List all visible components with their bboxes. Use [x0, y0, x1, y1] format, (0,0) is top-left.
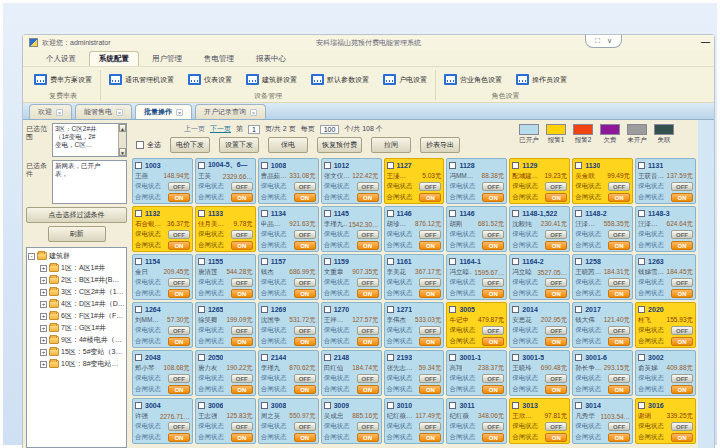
card-checkbox[interactable] [449, 306, 456, 313]
expander-icon[interactable]: + [40, 325, 47, 332]
card-checkbox[interactable] [135, 402, 142, 409]
card-checkbox[interactable] [324, 402, 331, 409]
power-off-button[interactable]: OFF [608, 230, 630, 239]
switch-on-button[interactable]: ON [608, 289, 630, 298]
card-checkbox[interactable] [575, 210, 582, 217]
card-checkbox[interactable] [512, 162, 519, 169]
choose-filter-button[interactable]: 点击选择过滤条件 [26, 207, 127, 223]
switch-on-button[interactable]: ON [231, 385, 253, 394]
switch-on-button[interactable]: ON [545, 433, 567, 442]
power-off-button[interactable]: OFF [231, 326, 253, 335]
power-off-button[interactable]: OFF [482, 374, 504, 383]
switch-on-button[interactable]: ON [168, 337, 190, 346]
switch-on-button[interactable]: ON [168, 433, 190, 442]
power-off-button[interactable]: OFF [168, 182, 190, 191]
switch-on-button[interactable]: ON [231, 289, 253, 298]
switch-on-button[interactable]: ON [545, 193, 567, 202]
tab-2[interactable]: 批量操作× [135, 104, 192, 119]
card-checkbox[interactable] [324, 258, 331, 265]
expander-icon[interactable]: + [40, 301, 47, 308]
switch-on-button[interactable]: ON [671, 433, 693, 442]
ribbon-button[interactable]: 默认参数设置 [308, 72, 372, 87]
card-checkbox[interactable] [387, 210, 394, 217]
menu-item-3[interactable]: 售电管理 [195, 52, 243, 66]
ribbon-button[interactable]: 仪表设置 [185, 72, 235, 87]
switch-on-button[interactable]: ON [419, 289, 441, 298]
switch-on-button[interactable]: ON [671, 241, 693, 250]
switch-on-button[interactable]: ON [545, 385, 567, 394]
card-checkbox[interactable] [575, 354, 582, 361]
select-all-checkbox[interactable] [136, 141, 144, 149]
card-checkbox[interactable] [449, 162, 456, 169]
card-checkbox[interactable] [575, 306, 582, 313]
card-checkbox[interactable] [135, 258, 142, 265]
card-checkbox[interactable] [198, 258, 205, 265]
power-off-button[interactable]: OFF [168, 326, 190, 335]
switch-on-button[interactable]: ON [357, 433, 379, 442]
card-checkbox[interactable] [512, 258, 519, 265]
menu-item-1[interactable]: 系统配置 [89, 51, 139, 66]
switch-on-button[interactable]: ON [231, 241, 253, 250]
selected-range-listbox[interactable]: 3区：C区2#井（1#变电，2#变电，C区… ▲ ▼ [52, 123, 127, 157]
listbox-scrollbar[interactable]: ▲ ▼ [118, 124, 126, 156]
switch-on-button[interactable]: ON [168, 289, 190, 298]
switch-on-button[interactable]: ON [357, 241, 379, 250]
tab-1[interactable]: 能管售电× [75, 104, 132, 119]
selected-condition-textbox[interactable]: 新网表，已开户表， [52, 160, 127, 204]
power-off-button[interactable]: OFF [231, 230, 253, 239]
power-off-button[interactable]: OFF [357, 182, 379, 191]
tab-close-icon[interactable]: × [176, 109, 183, 116]
toolbar-button-0[interactable]: 电价下发 [170, 137, 210, 153]
power-off-button[interactable]: OFF [608, 422, 630, 431]
power-off-button[interactable]: OFF [357, 230, 379, 239]
switch-on-button[interactable]: ON [608, 433, 630, 442]
switch-on-button[interactable]: ON [482, 337, 504, 346]
card-checkbox[interactable] [261, 258, 268, 265]
switch-on-button[interactable]: ON [419, 241, 441, 250]
switch-on-button[interactable]: ON [545, 289, 567, 298]
power-off-button[interactable]: OFF [294, 374, 316, 383]
card-checkbox[interactable] [135, 162, 142, 169]
switch-on-button[interactable]: ON [419, 385, 441, 394]
power-off-button[interactable]: OFF [608, 374, 630, 383]
power-off-button[interactable]: OFF [545, 326, 567, 335]
power-off-button[interactable]: OFF [294, 230, 316, 239]
power-off-button[interactable]: OFF [608, 182, 630, 191]
card-checkbox[interactable] [449, 210, 456, 217]
power-off-button[interactable]: OFF [294, 422, 316, 431]
card-checkbox[interactable] [387, 402, 394, 409]
minimize-button[interactable]: — [701, 36, 710, 48]
card-checkbox[interactable] [387, 258, 394, 265]
tab-close-icon[interactable]: × [116, 109, 123, 116]
toolbar-button-4[interactable]: 拉闸 [371, 137, 411, 153]
switch-on-button[interactable]: ON [419, 433, 441, 442]
power-off-button[interactable]: OFF [419, 230, 441, 239]
switch-on-button[interactable]: ON [294, 193, 316, 202]
switch-on-button[interactable]: ON [671, 193, 693, 202]
tree-node-7[interactable]: +15区：5#变站（3#变电… [28, 346, 125, 358]
card-checkbox[interactable] [261, 162, 268, 169]
toolbar-button-1[interactable]: 设置下发 [219, 137, 259, 153]
power-off-button[interactable]: OFF [231, 422, 253, 431]
card-checkbox[interactable] [198, 402, 205, 409]
card-checkbox[interactable] [638, 354, 645, 361]
card-checkbox[interactable] [512, 402, 519, 409]
tree-node-2[interactable]: +3区：C区2#井（1#变… [28, 286, 125, 298]
switch-on-button[interactable]: ON [168, 193, 190, 202]
card-checkbox[interactable] [449, 402, 456, 409]
power-off-button[interactable]: OFF [482, 230, 504, 239]
expander-icon[interactable]: + [40, 361, 47, 368]
page-number-input[interactable]: 1 [248, 125, 260, 134]
tab-0[interactable]: 欢迎× [29, 104, 72, 119]
card-checkbox[interactable] [324, 354, 331, 361]
tab-close-icon[interactable]: × [56, 109, 63, 116]
switch-on-button[interactable]: ON [168, 385, 190, 394]
tree-node-0[interactable]: +1区：A区1#井 [28, 262, 125, 274]
switch-on-button[interactable]: ON [482, 193, 504, 202]
tree-root[interactable]: -建筑群 [28, 250, 125, 262]
power-off-button[interactable]: OFF [231, 374, 253, 383]
card-checkbox[interactable] [261, 306, 268, 313]
toolbar-button-5[interactable]: 抄表导出 [420, 137, 460, 153]
card-checkbox[interactable] [387, 306, 394, 313]
card-checkbox[interactable] [324, 306, 331, 313]
